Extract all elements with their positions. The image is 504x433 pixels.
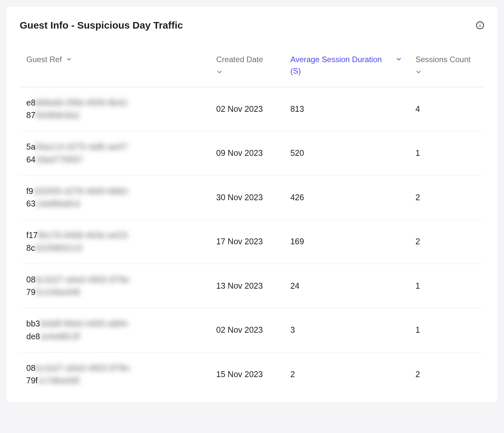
chevron-down-icon (415, 69, 422, 75)
table-row[interactable]: f9182505-4278-4b50-8db0-6314a98dafcd30 N… (20, 175, 483, 220)
guest-ref-masked: 182505-4278-4b50-8db0- (33, 186, 130, 196)
sessions-count-cell: 2 (409, 175, 483, 220)
guest-ref-prefix: 08 (26, 275, 35, 284)
info-icon[interactable] (476, 21, 484, 30)
created-date-cell: 02 Nov 2023 (210, 308, 284, 352)
guest-ref-cell: 5a84a113-4275-4afb-ae47-6419ad779597 (20, 131, 210, 176)
guest-ref-masked: 1c7dba3d5 (38, 376, 80, 385)
guest-ref-cell: 08bc1b27-a0a3-4902-879e-79f1c7dba3d5 (20, 352, 210, 389)
column-header-sessions_count[interactable]: Sessions Count (409, 51, 483, 87)
sessions-count-cell: 1 (409, 308, 483, 352)
guest-ref-prefix: 87 (26, 110, 35, 120)
created-date-cell: 15 Nov 2023 (210, 352, 284, 389)
guest-ref-cell: f179b17b-94b8-4b3e-a423-8c0225883115 (20, 220, 210, 264)
guest-ref-prefix: 63 (26, 199, 35, 208)
sessions-count-cell: 1 (409, 264, 483, 308)
guest-ref-prefix: 8c (26, 243, 35, 253)
guest-ref-cell: bb30eb8f-89e0-4455-a894-de8ce4e8813f (20, 308, 210, 352)
guest-ref-prefix: 5a (26, 142, 35, 151)
guest-ref-masked: f1c24ba348 (35, 287, 80, 297)
created-date-cell: 09 Nov 2023 (210, 131, 284, 176)
sessions-count-cell: 2 (409, 352, 483, 389)
guest-info-table: Guest RefCreated DateAverage Session Dur… (20, 51, 483, 389)
chevron-down-icon (396, 56, 402, 62)
guest-ref-prefix: f17 (26, 230, 38, 240)
guest-ref-masked: 0eb8f-89e0-4455-a894- (40, 319, 130, 328)
guest-ref-masked: f3e9b8c8a1 (35, 110, 80, 120)
chevron-down-icon (216, 69, 223, 75)
table-row[interactable]: 08bc1b27-a0a3-4902-879e-79f1c24ba34813 N… (20, 264, 483, 308)
table-row[interactable]: e89b8a5b-5f9d-4559-8b42-87f3e9b8c8a102 N… (20, 87, 483, 131)
avg-session-cell: 3 (284, 308, 409, 352)
guest-ref-cell: e89b8a5b-5f9d-4559-8b42-87f3e9b8c8a1 (20, 87, 210, 131)
chevron-down-icon (66, 56, 72, 62)
guest-ref-cell: 08bc1b27-a0a3-4902-879e-79f1c24ba348 (20, 264, 210, 308)
guest-ref-masked: 9b8a5b-5f9d-4559-8b42- (35, 98, 130, 107)
column-label: Created Date (216, 55, 263, 64)
sessions-count-cell: 4 (409, 87, 483, 131)
guest-ref-prefix: 08 (26, 363, 35, 373)
card-title: Guest Info - Suspicious Day Traffic (20, 20, 183, 31)
guest-ref-masked: 84a113-4275-4afb-ae47- (35, 142, 130, 151)
guest-ref-masked: 14a98dafcd (35, 199, 80, 208)
guest-ref-prefix: e8 (26, 98, 35, 107)
table-row[interactable]: 08bc1b27-a0a3-4902-879e-79f1c7dba3d515 N… (20, 352, 483, 389)
guest-ref-masked: ce4e8813f (40, 332, 80, 341)
guest-ref-prefix: 79f (26, 376, 38, 385)
column-header-avg_session[interactable]: Average Session Duration (S) (284, 51, 409, 87)
avg-session-cell: 520 (284, 131, 409, 176)
sessions-count-cell: 2 (409, 220, 483, 264)
table-scroll-area[interactable]: Guest RefCreated DateAverage Session Dur… (20, 51, 484, 389)
card-header: Guest Info - Suspicious Day Traffic (20, 20, 484, 31)
guest-ref-cell: f9182505-4278-4b50-8db0-6314a98dafcd (20, 175, 210, 220)
column-label: Sessions Count (415, 55, 470, 64)
guest-ref-masked: bc1b27-a0a3-4902-879e- (35, 275, 132, 284)
table-row[interactable]: f179b17b-94b8-4b3e-a423-8c022588311517 N… (20, 220, 483, 264)
table-row[interactable]: bb30eb8f-89e0-4455-a894-de8ce4e8813f02 N… (20, 308, 483, 352)
sessions-count-cell: 1 (409, 131, 483, 176)
guest-ref-prefix: 79 (26, 287, 35, 297)
avg-session-cell: 813 (284, 87, 409, 131)
column-label: Average Session Duration (S) (290, 54, 392, 77)
avg-session-cell: 426 (284, 175, 409, 220)
guest-ref-masked: 0225883115 (35, 243, 82, 253)
guest-ref-masked: 9b17b-94b8-4b3e-a423- (38, 230, 130, 240)
avg-session-cell: 2 (284, 352, 409, 389)
guest-ref-prefix: bb3 (26, 319, 40, 328)
guest-ref-masked: 19ad779597 (35, 155, 83, 164)
column-header-created_date[interactable]: Created Date (210, 51, 284, 87)
avg-session-cell: 169 (284, 220, 409, 264)
column-header-guest_ref[interactable]: Guest Ref (20, 51, 210, 87)
column-label: Guest Ref (26, 54, 62, 65)
guest-ref-prefix: 64 (26, 155, 35, 164)
created-date-cell: 02 Nov 2023 (210, 87, 284, 131)
avg-session-cell: 24 (284, 264, 409, 308)
created-date-cell: 30 Nov 2023 (210, 175, 284, 220)
report-card: Guest Info - Suspicious Day Traffic Gues… (7, 7, 497, 402)
guest-ref-prefix: de8 (26, 332, 40, 341)
guest-ref-prefix: f9 (26, 186, 33, 196)
created-date-cell: 17 Nov 2023 (210, 220, 284, 264)
guest-ref-masked: bc1b27-a0a3-4902-879e- (35, 363, 132, 373)
table-row[interactable]: 5a84a113-4275-4afb-ae47-6419ad77959709 N… (20, 131, 483, 176)
created-date-cell: 13 Nov 2023 (210, 264, 284, 308)
